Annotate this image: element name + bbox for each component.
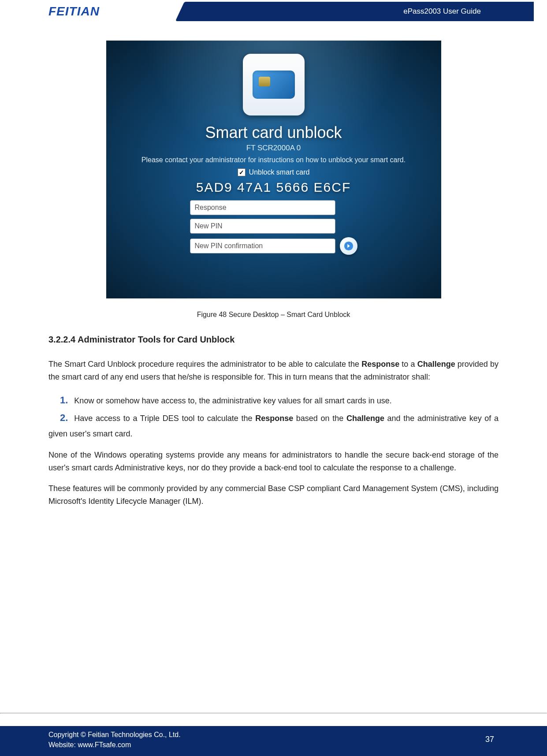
- section-heading: 3.2.2.4 Administrator Tools for Card Unb…: [48, 335, 499, 345]
- brand-logo: FEITIAN: [48, 4, 100, 19]
- dialog-title: Smart card unblock: [205, 123, 342, 142]
- new-pin-placeholder: New PIN: [195, 222, 223, 230]
- submit-arrow-button[interactable]: [340, 237, 357, 255]
- unblock-checkbox-label: Unblock smart card: [249, 168, 310, 176]
- paragraph-3: These features will be commonly provided…: [48, 482, 499, 508]
- screenshot-smartcard-unblock: Smart card unblock FT SCR2000A 0 Please …: [106, 41, 441, 298]
- response-placeholder: Response: [195, 204, 227, 212]
- challenge-code: 5AD9 47A1 5666 E6CF: [196, 180, 351, 195]
- dialog-hint: Please contact your administrator for in…: [128, 156, 419, 164]
- new-pin-confirm-input[interactable]: New PIN confirmation: [190, 238, 335, 253]
- list-item-1: 1.Know or somehow have access to, the ad…: [48, 391, 499, 409]
- arrow-right-icon: [344, 241, 354, 251]
- figure-caption: Figure 48 Secure Desktop – Smart Card Un…: [197, 311, 350, 319]
- figure-48: Smart card unblock FT SCR2000A 0 Please …: [48, 41, 499, 335]
- list-item-2: 2.Have access to a Triple DES tool to ca…: [48, 409, 499, 441]
- new-pin-input[interactable]: New PIN: [190, 219, 335, 234]
- footer-copyright: Copyright © Feitian Technologies Co., Lt…: [48, 730, 181, 740]
- paragraph-1: The Smart Card Unblock procedure require…: [48, 358, 499, 384]
- paragraph-2: None of the Windows operating systems pr…: [48, 449, 499, 474]
- footer-website: Website: www.FTsafe.com: [48, 740, 181, 750]
- page-footer: Copyright © Feitian Technologies Co., Lt…: [0, 700, 547, 756]
- doc-title: ePass2003 User Guide: [403, 7, 481, 16]
- dialog-subtitle: FT SCR2000A 0: [246, 144, 301, 153]
- ordered-list: 1.Know or somehow have access to, the ad…: [48, 391, 499, 441]
- smartcard-icon: [243, 54, 305, 115]
- unblock-checkbox[interactable]: ✓: [238, 168, 246, 176]
- page-header: FEITIAN ePass2003 User Guide: [0, 0, 547, 23]
- page-number: 37: [485, 735, 494, 744]
- response-input[interactable]: Response: [190, 200, 335, 215]
- doc-title-bar: ePass2003 User Guide: [190, 2, 534, 21]
- new-pin-confirm-placeholder: New PIN confirmation: [195, 242, 263, 250]
